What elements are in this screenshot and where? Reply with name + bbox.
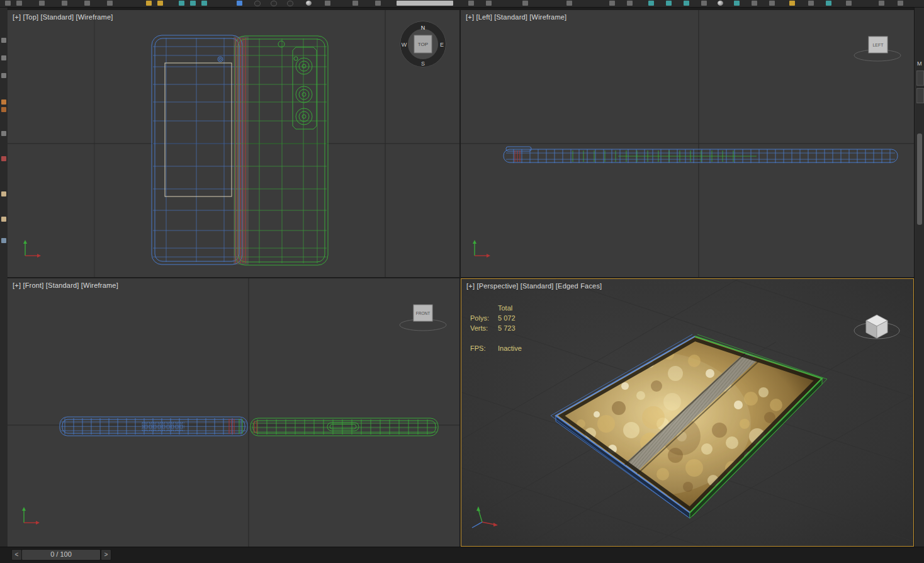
- side-toolbar-icon[interactable]: [1, 217, 6, 222]
- top-view-wireframe[interactable]: TOP N W S E: [8, 10, 459, 277]
- toolbar-icon[interactable]: [734, 1, 740, 6]
- statistics-overlay: Total Polys:5 072 Verts:5 723 FPS:Inacti…: [470, 303, 522, 353]
- axis-tripod-icon: [472, 506, 498, 528]
- viewport-perspective-label[interactable]: [+] [Perspective] [Standard] [Edged Face…: [466, 282, 602, 290]
- toolbar-icon[interactable]: [16, 1, 22, 6]
- toolbar-icon[interactable]: [39, 1, 45, 6]
- viewport-left-label[interactable]: [+] [Left] [Standard] [Wireframe]: [466, 13, 566, 21]
- toolbar-icon[interactable]: [271, 1, 277, 6]
- side-toolbar-icon[interactable]: [1, 73, 6, 78]
- side-toolbar-icon[interactable]: [1, 238, 6, 243]
- toolbar-icon[interactable]: [325, 1, 330, 6]
- left-view-wireframe[interactable]: LEFT: [461, 10, 914, 277]
- toolbar-icon[interactable]: [352, 1, 358, 6]
- toolbar-icon[interactable]: [468, 1, 474, 6]
- toolbar-icon[interactable]: [684, 1, 689, 6]
- time-slider-handle[interactable]: 0 / 100: [21, 549, 101, 560]
- viewport-perspective[interactable]: [+] [Perspective] [Standard] [Edged Face…: [461, 278, 914, 547]
- toolbar-icon[interactable]: [627, 1, 633, 6]
- toolbar-icon[interactable]: [201, 1, 207, 6]
- right-panel-strip: M: [914, 8, 924, 547]
- toolbar-icon[interactable]: [826, 1, 831, 6]
- toolbar-icon[interactable]: [254, 1, 261, 6]
- right-panel-tab[interactable]: [916, 88, 924, 103]
- polys-count: 5 072: [498, 313, 522, 323]
- side-toolbar-icon[interactable]: [1, 38, 6, 43]
- viewport-left[interactable]: [+] [Left] [Standard] [Wireframe]: [461, 10, 914, 277]
- toolbar-icon[interactable]: [566, 1, 572, 6]
- toolbar-icon[interactable]: [648, 1, 654, 6]
- fps-value: Inactive: [498, 343, 522, 353]
- viewcube-front-face[interactable]: FRONT: [416, 311, 430, 316]
- viewport-front-label[interactable]: [+] [Front] [Standard] [Wireframe]: [13, 282, 118, 289]
- toolbar-icon[interactable]: [107, 1, 113, 6]
- camera-lens-icon: [296, 58, 312, 125]
- toolbar-icon[interactable]: [522, 1, 528, 6]
- toolbar-icon[interactable]: [486, 1, 492, 6]
- compass-south[interactable]: S: [421, 60, 425, 67]
- side-toolbar-icon[interactable]: [1, 131, 6, 136]
- viewport-front[interactable]: [+] [Front] [Standard] [Wireframe]: [8, 278, 459, 547]
- bottom-bar: < 0 / 100 >: [0, 547, 924, 563]
- toolbar-button-group[interactable]: [397, 1, 453, 6]
- axis-tripod-icon: [473, 240, 490, 258]
- viewcube-left[interactable]: LEFT: [854, 37, 901, 61]
- compass-east[interactable]: E: [440, 42, 444, 48]
- toolbar-icon[interactable]: [237, 1, 242, 6]
- compass-north[interactable]: N: [421, 25, 425, 31]
- toolbar-icon[interactable]: [179, 1, 184, 6]
- toolbar-icon[interactable]: [375, 1, 381, 6]
- toolbar-icon[interactable]: [718, 1, 723, 6]
- toolbar-icon[interactable]: [287, 1, 293, 6]
- toolbar-icon[interactable]: [157, 1, 163, 6]
- toolbar-icon[interactable]: [146, 1, 152, 6]
- side-toolbar-icon[interactable]: [1, 156, 6, 161]
- right-scrollbar-thumb[interactable]: [917, 134, 922, 225]
- toolbar-icon[interactable]: [84, 1, 90, 6]
- axis-tripod-icon: [22, 507, 40, 525]
- toolbar-icon[interactable]: [62, 1, 67, 6]
- side-toolbar-icon[interactable]: [1, 100, 6, 105]
- verts-count: 5 723: [498, 323, 522, 333]
- compass-west[interactable]: W: [402, 42, 407, 48]
- viewport-top-label[interactable]: [+] [Top] [Standard] [Wireframe]: [13, 13, 113, 21]
- axis-tripod-icon: [23, 240, 41, 258]
- toolbar-icon[interactable]: [5, 1, 11, 6]
- viewcube-compass[interactable]: TOP N W S E: [400, 21, 446, 67]
- toolbar-icon[interactable]: [306, 1, 312, 6]
- viewcube-front[interactable]: FRONT: [400, 305, 446, 331]
- side-toolbar-icon[interactable]: [1, 107, 6, 112]
- toolbar-icon[interactable]: [769, 1, 775, 6]
- main-toolbar: [0, 0, 924, 8]
- right-panel-tab[interactable]: [916, 71, 924, 86]
- side-toolbar-icon[interactable]: [1, 55, 6, 60]
- viewcube-top-face[interactable]: TOP: [418, 42, 428, 47]
- toolbar-icon[interactable]: [846, 1, 852, 6]
- timeline-next-button[interactable]: >: [101, 549, 111, 560]
- toolbar-icon[interactable]: [789, 1, 795, 6]
- perspective-view-model[interactable]: [461, 279, 913, 546]
- toolbar-icon[interactable]: [752, 1, 757, 6]
- toolbar-icon[interactable]: [666, 1, 672, 6]
- toolbar-icon[interactable]: [808, 1, 814, 6]
- toolbar-icon[interactable]: [879, 1, 884, 6]
- viewcube-perspective[interactable]: [854, 315, 899, 339]
- right-panel-label: M: [917, 60, 922, 67]
- viewcube-left-face[interactable]: LEFT: [872, 43, 884, 47]
- front-view-wireframe[interactable]: FRONT: [8, 278, 459, 547]
- viewport-top[interactable]: [+] [Top] [Standard] [Wireframe]: [8, 10, 459, 277]
- toolbar-icon[interactable]: [190, 1, 196, 6]
- timeline-prev-button[interactable]: <: [11, 549, 22, 560]
- side-toolbar-icon[interactable]: [1, 191, 6, 196]
- toolbar-icon[interactable]: [609, 1, 615, 6]
- toolbar-icon[interactable]: [898, 1, 903, 6]
- toolbar-icon[interactable]: [701, 1, 707, 6]
